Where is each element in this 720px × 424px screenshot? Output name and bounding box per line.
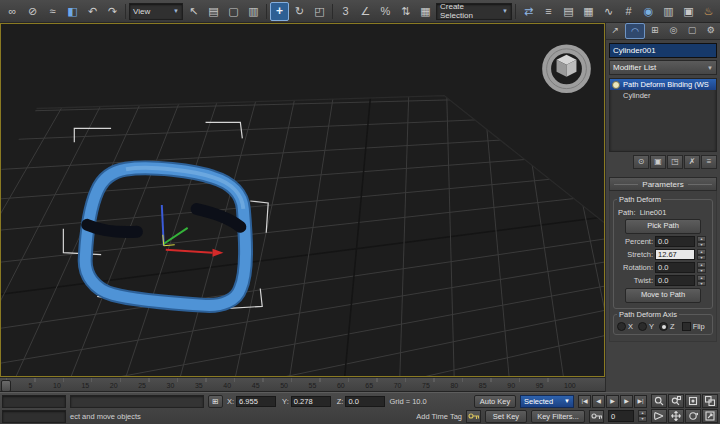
parameter-field[interactable]: 12.67: [655, 249, 695, 260]
window-crossing-icon[interactable]: ▥: [244, 2, 263, 21]
spinner-control[interactable]: ▴▾: [697, 236, 706, 247]
go-to-start-button[interactable]: |◀: [578, 395, 591, 408]
tab-utilities[interactable]: ⚙: [701, 23, 720, 39]
view-dropdown[interactable]: View ▼: [129, 3, 183, 20]
coordinate-field[interactable]: 0.278: [291, 396, 331, 407]
mirror-icon[interactable]: ⇄: [519, 2, 538, 21]
unlink-selection-icon[interactable]: ⊘: [23, 2, 42, 21]
select-and-link-icon[interactable]: ∞: [3, 2, 22, 21]
select-and-rotate-icon[interactable]: ↻: [290, 2, 309, 21]
parameter-field[interactable]: 0.0: [655, 262, 695, 273]
orbit-icon[interactable]: [685, 409, 701, 423]
gizmo-x-axis[interactable]: [166, 250, 213, 253]
align-icon[interactable]: ≡: [539, 2, 558, 21]
key-filters-button[interactable]: Key Filters...: [531, 410, 585, 423]
set-key-button[interactable]: Set Key: [485, 410, 527, 423]
absolute-offset-toggle[interactable]: ⊞: [208, 395, 223, 408]
timeline-track-bar[interactable]: 0510152025303540455055606570758085909510…: [0, 377, 605, 392]
modifier-list-dropdown[interactable]: Modifier List ▼: [609, 60, 717, 75]
rendered-frame-icon[interactable]: ▣: [679, 2, 698, 21]
next-frame-button[interactable]: ▶: [620, 395, 633, 408]
axis-radio[interactable]: [638, 322, 647, 331]
frame-spinner[interactable]: ▴▾: [638, 410, 647, 422]
selection-set-dropdown[interactable]: Selected ▼: [520, 395, 574, 408]
tab-motion[interactable]: ◎: [664, 23, 683, 39]
select-and-scale-icon[interactable]: ◰: [310, 2, 329, 21]
maximize-viewport-icon[interactable]: [702, 409, 718, 423]
remove-modifier-icon[interactable]: ✗: [684, 155, 700, 169]
zoom-extents-icon[interactable]: [685, 394, 701, 408]
make-unique-icon[interactable]: ◳: [667, 155, 683, 169]
time-slider-handle[interactable]: [1, 380, 11, 392]
tab-hierarchy[interactable]: ⊞: [645, 23, 664, 39]
render-setup-icon[interactable]: ▥: [659, 2, 678, 21]
spinner-snap-icon[interactable]: ⇅: [396, 2, 415, 21]
parameters-rollout-header[interactable]: Parameters: [609, 177, 717, 191]
object-name-field[interactable]: Cylinder001: [609, 43, 717, 58]
selection-set-label: Selected: [524, 397, 553, 406]
mirror-blue-icon[interactable]: ◧: [63, 2, 82, 21]
key-mode-toggle-icon[interactable]: [589, 410, 604, 423]
gizmo-x-arrowhead[interactable]: [213, 249, 224, 257]
perspective-viewport[interactable]: [0, 23, 605, 377]
pick-path-button[interactable]: Pick Path: [625, 219, 700, 234]
axis-radio[interactable]: [659, 322, 668, 331]
select-object-icon[interactable]: ↖: [184, 2, 203, 21]
spinner-control[interactable]: ▴▾: [697, 262, 706, 273]
spinner-control[interactable]: ▴▾: [697, 275, 706, 286]
graphite-ribbon-icon[interactable]: ▦: [579, 2, 598, 21]
schematic-view-icon[interactable]: #: [619, 2, 638, 21]
zoom-all-icon[interactable]: [668, 394, 684, 408]
render-production-icon[interactable]: ♨: [699, 2, 718, 21]
flip-checkbox[interactable]: [682, 322, 691, 331]
move-to-path-button[interactable]: Move to Path: [625, 288, 700, 303]
angle-snap-icon[interactable]: ∠: [356, 2, 375, 21]
maxscript-mini-listener-bottom[interactable]: [2, 410, 66, 423]
show-end-result-icon[interactable]: ▣: [650, 155, 666, 169]
axis-radio[interactable]: [617, 322, 626, 331]
modifier-stack-row[interactable]: Path Deform Binding (WS: [610, 79, 716, 90]
previous-frame-button[interactable]: ◀: [592, 395, 605, 408]
modifier-enable-bulb-icon[interactable]: [612, 81, 620, 89]
add-time-tag[interactable]: Add Time Tag: [416, 412, 462, 421]
named-selection-sets-dropdown[interactable]: Create Selection ▼: [436, 3, 512, 20]
percent-snap-icon[interactable]: %: [376, 2, 395, 21]
zoom-icon[interactable]: [651, 394, 667, 408]
configure-modifier-sets-icon[interactable]: ≡: [701, 155, 717, 169]
pan-icon[interactable]: [668, 409, 684, 423]
deformed-cylinder-tube[interactable]: [85, 168, 245, 306]
redo-icon[interactable]: ↷: [103, 2, 122, 21]
coordinate-field[interactable]: 6.955: [236, 396, 276, 407]
play-button[interactable]: ▶: [606, 395, 619, 408]
current-frame-field[interactable]: 0: [608, 410, 634, 422]
coordinate-field[interactable]: 0.0: [345, 396, 385, 407]
set-key-mode-icon[interactable]: [466, 410, 481, 423]
spinner-control[interactable]: ▴▾: [697, 249, 706, 260]
select-by-name-icon[interactable]: ▤: [204, 2, 223, 21]
viewcube[interactable]: [547, 49, 587, 89]
edit-named-sets-icon[interactable]: ▦: [416, 2, 435, 21]
snaps-toggle-icon[interactable]: 3: [336, 2, 355, 21]
tab-create[interactable]: ↗: [606, 23, 625, 39]
modifier-stack-row[interactable]: Cylinder: [610, 90, 716, 101]
tab-modify[interactable]: ◠: [625, 23, 646, 39]
tab-display[interactable]: ▢: [683, 23, 702, 39]
curve-editor-icon[interactable]: ∿: [599, 2, 618, 21]
go-to-end-button[interactable]: ▶|: [634, 395, 647, 408]
layer-manager-icon[interactable]: ▤: [559, 2, 578, 21]
select-and-move-icon[interactable]: +: [270, 2, 289, 21]
undo-icon[interactable]: ↶: [83, 2, 102, 21]
pin-stack-icon[interactable]: ⊙: [633, 155, 649, 169]
parameter-field[interactable]: 0.0: [655, 236, 695, 247]
toolbar-separator: [125, 4, 126, 19]
auto-key-button[interactable]: Auto Key: [474, 395, 516, 408]
rectangular-region-icon[interactable]: ▢: [224, 2, 243, 21]
axis-option: Z: [659, 322, 675, 331]
material-editor-icon[interactable]: ◉: [639, 2, 658, 21]
timeline-tick-label: 100: [564, 382, 576, 389]
maxscript-mini-listener-top[interactable]: [2, 395, 66, 408]
bind-to-spacewarp-icon[interactable]: ≈: [43, 2, 62, 21]
parameter-field[interactable]: 0.0: [655, 275, 695, 286]
zoom-extents-all-icon[interactable]: [702, 394, 718, 408]
field-of-view-icon[interactable]: [651, 409, 667, 423]
